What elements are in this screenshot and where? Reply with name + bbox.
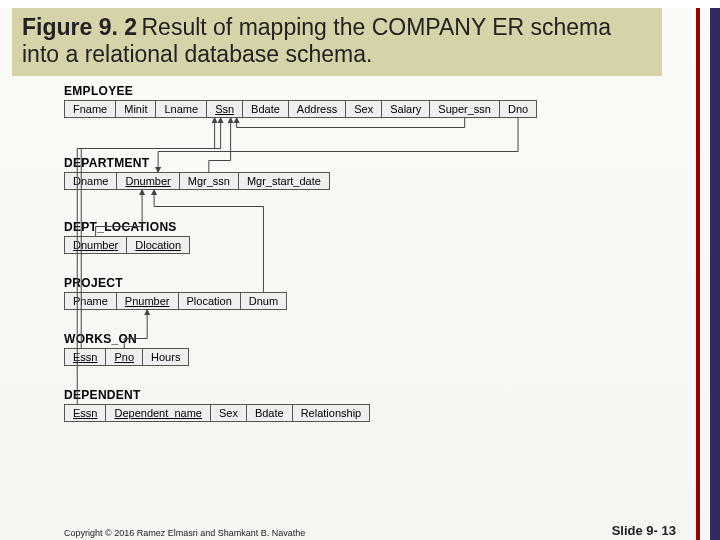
relation-department: Dname Dnumber Mgr_ssn Mgr_start_date	[64, 172, 330, 190]
col: Bdate	[246, 405, 292, 422]
schema-diagram: EMPLOYEE Fname Minit Lname Ssn Bdate Add…	[64, 84, 670, 422]
col-pk: Essn	[65, 349, 106, 366]
col: Relationship	[292, 405, 370, 422]
col: Dname	[65, 173, 117, 190]
col-pk: Dlocation	[127, 237, 190, 254]
col-pk: Essn	[65, 405, 106, 422]
col: Mgr_start_date	[238, 173, 329, 190]
col: Plocation	[178, 293, 240, 310]
col: Hours	[143, 349, 189, 366]
col: Pname	[65, 293, 117, 310]
col: Minit	[116, 101, 156, 118]
col: Salary	[382, 101, 430, 118]
slide-footer: Copyright © 2016 Ramez Elmasri and Shamk…	[0, 523, 696, 538]
relation-name-department: DEPARTMENT	[64, 156, 670, 170]
relation-employee: Fname Minit Lname Ssn Bdate Address Sex …	[64, 100, 537, 118]
col: Sex	[210, 405, 246, 422]
col: Dnum	[240, 293, 286, 310]
col: Super_ssn	[430, 101, 500, 118]
copyright-text: Copyright © 2016 Ramez Elmasri and Shamk…	[64, 528, 305, 538]
col-pk: Dnumber	[65, 237, 127, 254]
accent-bar	[696, 8, 700, 540]
relation-deptloc: Dnumber Dlocation	[64, 236, 190, 254]
relation-workson: Essn Pno Hours	[64, 348, 189, 366]
relation-dependent: Essn Dependent_name Sex Bdate Relationsh…	[64, 404, 370, 422]
col-pk: Dnumber	[117, 173, 179, 190]
col-pk: Dependent_name	[106, 405, 210, 422]
relation-name-workson: WORKS_ON	[64, 332, 670, 346]
col-pk: Pnumber	[116, 293, 178, 310]
relation-project: Pname Pnumber Plocation Dnum	[64, 292, 287, 310]
col: Dno	[499, 101, 536, 118]
col: Bdate	[243, 101, 289, 118]
relation-name-dependent: DEPENDENT	[64, 388, 670, 402]
col: Mgr_ssn	[179, 173, 238, 190]
relation-name-project: PROJECT	[64, 276, 670, 290]
col: Lname	[156, 101, 207, 118]
col-pk: Pno	[106, 349, 143, 366]
relation-name-deptloc: DEPT_LOCATIONS	[64, 220, 670, 234]
slide: Figure 9. 2 Result of mapping the COMPAN…	[0, 8, 720, 540]
figure-title: Figure 9. 2 Result of mapping the COMPAN…	[12, 8, 662, 76]
slide-number: Slide 9- 13	[612, 523, 676, 538]
relation-name-employee: EMPLOYEE	[64, 84, 670, 98]
col-pk: Ssn	[207, 101, 243, 118]
col: Address	[288, 101, 345, 118]
col: Fname	[65, 101, 116, 118]
figure-label: Figure 9. 2	[22, 14, 137, 40]
col: Sex	[346, 101, 382, 118]
